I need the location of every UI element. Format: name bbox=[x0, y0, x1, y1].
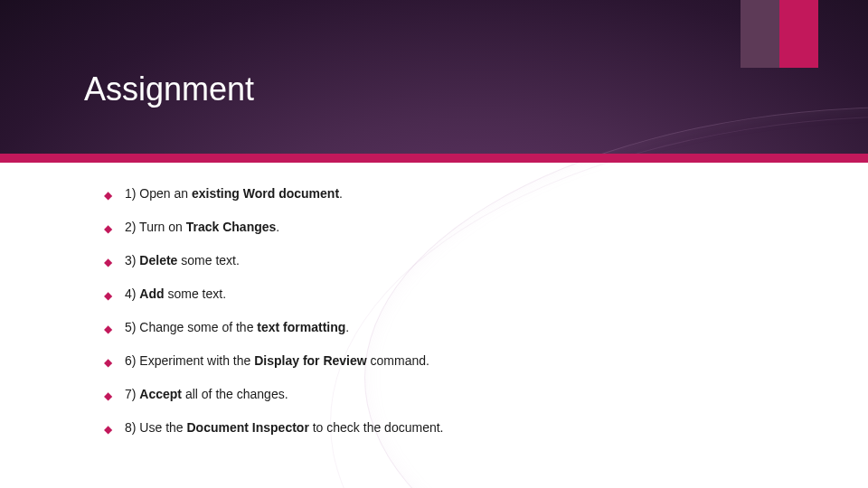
diamond-bullet-icon: ◆ bbox=[104, 423, 112, 436]
list-item-text: 2) Turn on Track Changes. bbox=[125, 220, 279, 234]
list-item-text: 6) Experiment with the Display for Revie… bbox=[125, 353, 429, 368]
list-item: ◆4) Add some text. bbox=[104, 286, 791, 301]
diamond-bullet-icon: ◆ bbox=[104, 323, 112, 335]
slide-header: Assignment bbox=[0, 0, 868, 154]
list-item-text: 1) Open an existing Word document. bbox=[125, 186, 343, 201]
diamond-bullet-icon: ◆ bbox=[104, 356, 112, 369]
list-item: ◆7) Accept all of the changes. bbox=[104, 387, 791, 401]
diamond-bullet-icon: ◆ bbox=[104, 222, 112, 235]
corner-tabs bbox=[741, 0, 818, 68]
list-item-text: 4) Add some text. bbox=[125, 286, 226, 301]
diamond-bullet-icon: ◆ bbox=[104, 256, 112, 268]
list-item: ◆3) Delete some text. bbox=[104, 253, 791, 267]
tab-decoration-accent bbox=[779, 0, 818, 68]
list-item-text: 7) Accept all of the changes. bbox=[125, 387, 288, 401]
list-item-text: 3) Delete some text. bbox=[125, 253, 240, 267]
diamond-bullet-icon: ◆ bbox=[104, 189, 112, 202]
list-item: ◆1) Open an existing Word document. bbox=[104, 186, 791, 201]
list-item: ◆6) Experiment with the Display for Revi… bbox=[104, 353, 791, 368]
accent-stripe bbox=[0, 154, 868, 163]
list-item-text: 8) Use the Document Inspector to check t… bbox=[125, 420, 443, 435]
list-item-text: 5) Change some of the text formatting. bbox=[125, 320, 349, 334]
list-item: ◆2) Turn on Track Changes. bbox=[104, 220, 791, 234]
assignment-list: ◆1) Open an existing Word document.◆2) T… bbox=[104, 186, 791, 454]
page-title: Assignment bbox=[84, 70, 254, 108]
list-item: ◆8) Use the Document Inspector to check … bbox=[104, 420, 791, 435]
list-item: ◆5) Change some of the text formatting. bbox=[104, 320, 791, 334]
diamond-bullet-icon: ◆ bbox=[104, 389, 112, 402]
diamond-bullet-icon: ◆ bbox=[104, 289, 112, 302]
tab-decoration-dark bbox=[741, 0, 779, 68]
